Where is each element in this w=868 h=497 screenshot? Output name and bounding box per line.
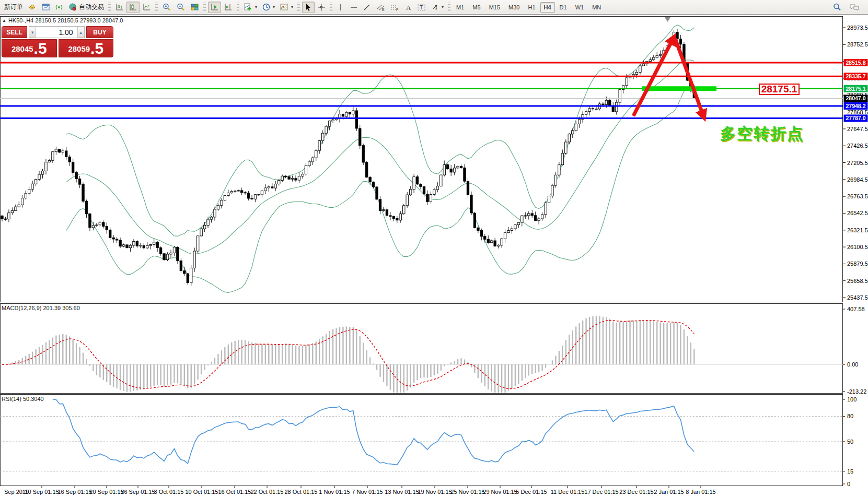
- timeframe-m30[interactable]: M30: [505, 2, 523, 13]
- svg-text:27426.5: 27426.5: [847, 143, 868, 149]
- auto-scroll-button[interactable]: [208, 2, 221, 13]
- svg-text:27948.2: 27948.2: [846, 103, 866, 109]
- trendline-tool-button[interactable]: [361, 2, 373, 13]
- timeframe-mn[interactable]: MN: [588, 2, 605, 13]
- vertical-line-icon: [337, 3, 344, 11]
- toolbar-grip[interactable]: [237, 3, 239, 12]
- channel-tool-button[interactable]: E: [374, 2, 387, 13]
- horizontal-line-tool-button[interactable]: [348, 2, 360, 13]
- text-tool-button[interactable]: A: [402, 2, 414, 13]
- volume-increase-button[interactable]: ▴: [77, 27, 84, 38]
- buy-price-main: 28059: [68, 42, 90, 56]
- crosshair-tool-button[interactable]: [315, 2, 328, 13]
- svg-text:26 Sep 01:15: 26 Sep 01:15: [121, 489, 155, 495]
- zoom-out-button[interactable]: [174, 2, 188, 13]
- chevron-down-icon: ▾: [255, 5, 257, 9]
- horizontal-line-icon: [350, 3, 358, 11]
- chevron-down-icon: ▾: [442, 5, 444, 9]
- one-click-trading-panel: SELL ▾ ▴ BUY 28045 .5 28059 .5: [2, 26, 113, 57]
- fibonacci-tool-button[interactable]: F: [388, 2, 401, 13]
- tile-windows-button[interactable]: [188, 2, 201, 13]
- add-indicator-button[interactable]: ▾: [241, 2, 259, 13]
- timeframe-w1[interactable]: W1: [572, 2, 588, 13]
- auto-scroll-icon: [210, 3, 219, 11]
- volume-decrease-button[interactable]: ▾: [29, 27, 36, 38]
- candlestick-mode-button[interactable]: [126, 2, 140, 13]
- toolbar-grip[interactable]: [155, 3, 158, 12]
- new-order-button[interactable]: 新订单: [2, 2, 25, 13]
- svg-text:80: 80: [847, 413, 853, 419]
- svg-text:8 Jan 01:15: 8 Jan 01:15: [686, 489, 716, 495]
- template-button[interactable]: ▾: [277, 2, 295, 13]
- expand-panel-icon[interactable]: ▲: [2, 18, 6, 23]
- gold-icon: [28, 3, 37, 11]
- line-chart-mode-button[interactable]: [140, 2, 153, 13]
- search-icon: [832, 3, 842, 12]
- chat-button[interactable]: [847, 2, 862, 13]
- cursor-tool-button[interactable]: [302, 2, 315, 13]
- volume-stepper: ▾ ▴: [29, 26, 85, 38]
- svg-text:7 Nov 01:15: 7 Nov 01:15: [352, 489, 383, 495]
- market-watch-button[interactable]: [26, 2, 39, 13]
- timeframe-m5[interactable]: M5: [469, 2, 484, 13]
- volume-input[interactable]: [36, 27, 77, 38]
- svg-text:28335.7: 28335.7: [846, 73, 866, 79]
- annotation-text[interactable]: 多空转折点: [720, 123, 804, 145]
- buy-button[interactable]: BUY: [86, 26, 113, 38]
- toolbar-grip[interactable]: [330, 3, 332, 12]
- toolbar-grip[interactable]: [448, 3, 450, 12]
- timeframe-m1[interactable]: M1: [453, 2, 468, 13]
- sell-price-main: 28045: [11, 42, 33, 56]
- svg-text:19 Nov 01:15: 19 Nov 01:15: [418, 489, 452, 495]
- chart-plot[interactable]: 28973.528752.528531.528310.528089.527868…: [0, 0, 868, 497]
- search-button[interactable]: [830, 2, 844, 13]
- svg-text:11 Dec 01:15: 11 Dec 01:15: [551, 489, 585, 495]
- svg-text:E: E: [382, 8, 385, 11]
- period-button[interactable]: ▾: [260, 2, 277, 13]
- text-label-tool-button[interactable]: T: [415, 2, 428, 13]
- svg-text:26100.5: 26100.5: [847, 244, 868, 250]
- price-level-callout[interactable]: 28175.1: [759, 84, 800, 95]
- svg-text:25658.5: 25658.5: [847, 278, 868, 284]
- svg-text:50: 50: [847, 439, 853, 445]
- svg-text:5 Dec 01:15: 5 Dec 01:15: [516, 489, 547, 495]
- chat-icon: [849, 3, 860, 11]
- auto-trading-button[interactable]: 自动交易: [66, 2, 106, 13]
- svg-text:F: F: [396, 8, 398, 11]
- timeframe-h4[interactable]: H4: [540, 2, 555, 13]
- timeframe-d1[interactable]: D1: [556, 2, 571, 13]
- main-toolbar: 新订单 自动交易 ▾ ▾: [0, 0, 868, 15]
- sell-price[interactable]: 28045 .5: [2, 39, 57, 57]
- svg-text:13 Nov 01:15: 13 Nov 01:15: [385, 489, 419, 495]
- bar-chart-mode-button[interactable]: [113, 2, 126, 13]
- text-icon: A: [404, 3, 412, 11]
- svg-text:26763.5: 26763.5: [847, 193, 868, 199]
- clock-icon: [262, 3, 271, 11]
- sell-button[interactable]: SELL: [2, 26, 27, 38]
- arrows-icon: [431, 3, 439, 11]
- trendline-icon: [363, 3, 371, 11]
- arrows-tool-button[interactable]: ▾: [429, 2, 446, 13]
- toolbar-grip[interactable]: [203, 3, 206, 12]
- signals-button[interactable]: [53, 2, 66, 13]
- chart-shift-button[interactable]: [222, 2, 235, 13]
- timeframe-m15[interactable]: M15: [485, 2, 504, 13]
- svg-text:407.58: 407.58: [847, 306, 865, 312]
- timeframe-h1[interactable]: H1: [524, 2, 539, 13]
- bar-chart-icon: [115, 3, 124, 11]
- zoom-in-button[interactable]: [160, 2, 173, 13]
- vertical-line-tool-button[interactable]: [334, 2, 347, 13]
- timeframe-group: M1M5M15M30H1H4D1W1MN: [453, 2, 605, 13]
- svg-text:28175.1: 28175.1: [846, 86, 866, 92]
- auto-trading-icon: [68, 3, 77, 11]
- crosshair-icon: [317, 3, 326, 11]
- toolbar-grip[interactable]: [297, 3, 300, 12]
- svg-text:0.00: 0.00: [847, 361, 858, 368]
- svg-text:10 Oct 01:15: 10 Oct 01:15: [186, 489, 218, 495]
- new-chart-button[interactable]: [39, 2, 52, 13]
- toolbar-grip[interactable]: [108, 3, 111, 12]
- chart-window-icon: [41, 3, 50, 11]
- cursor-icon: [304, 3, 313, 11]
- svg-text:100: 100: [847, 396, 857, 403]
- buy-price[interactable]: 28059 .5: [59, 39, 114, 57]
